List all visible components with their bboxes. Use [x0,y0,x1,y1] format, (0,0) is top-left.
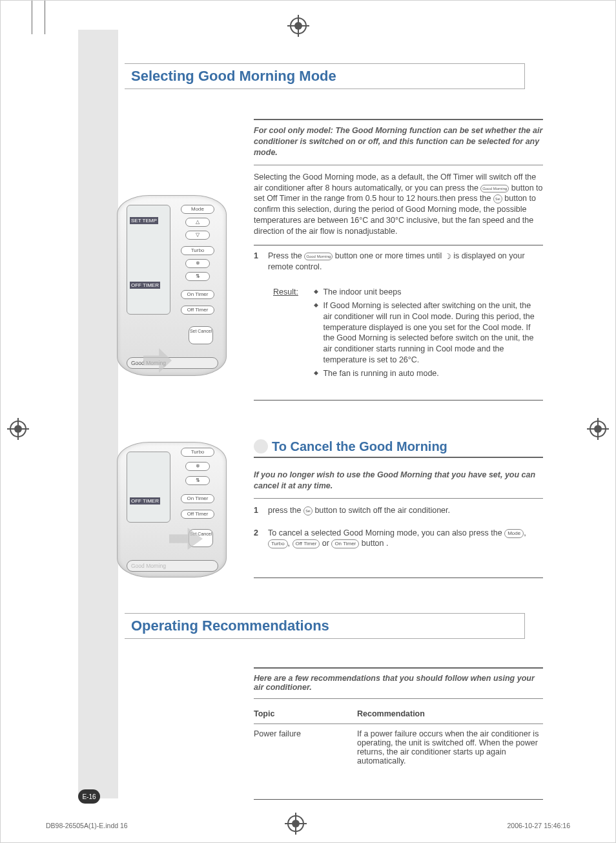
set-temp-label: SET TEMP [130,217,158,224]
good-morning-icon: Good Morning [304,253,333,260]
result-block: Result: The indoor unit beepsIf Good Mor… [273,287,543,382]
turbo-icon: Turbo [268,539,288,548]
turbo-button: Turbo [181,448,214,457]
bullet-dot-icon [254,439,268,453]
text: button one or more times until [335,251,444,260]
recommendations-table: Here are a few recommendations that you … [254,667,543,800]
col-topic: Topic [254,709,357,718]
off-timer-label: OFF TIMER [130,497,160,505]
intro-note: For cool only model: The Good Morning fu… [254,125,543,158]
result-bullet: The fan is running in auto mode. [314,368,540,379]
sub-header-cancel: To Cancel the Good Morning [254,439,543,454]
good-morning-icon: Good Morning [480,185,509,193]
cancel-intro: If you no longer wish to use the Good Mo… [254,470,543,492]
step-number: 1 [254,251,268,273]
snow-button: ❄ [185,259,210,268]
remote-screen: SET TEMP OFF TIMER [127,205,170,315]
content-area: Selecting Good Morning Mode For cool onl… [78,30,543,798]
section-title-operating: Operating Recommendations [125,613,525,639]
text: press the [268,506,303,515]
on-timer-icon: On Timer [331,539,359,548]
text: , [524,528,526,537]
mode-icon: Mode [504,529,524,538]
crop-mark [45,1,45,34]
swing-button: ⇅ [185,272,210,281]
section1-body: For cool only model: The Good Morning fu… [254,119,543,401]
registration-mark-icon [590,421,606,437]
step-number: 2 [254,528,268,550]
remote-screen: OFF TIMER [127,452,170,523]
set-cancel-button: Set Cancel [189,326,213,344]
remote-illustration-1: SET TEMP OFF TIMER Mode △ ▽ Turbo ❄ ⇅ On… [117,195,227,376]
cell-topic: Power failure [254,729,357,765]
text: button . [362,539,389,548]
step-1: 1 Press the Good Morning button one or m… [254,251,543,273]
off-timer-button: Off Timer [181,510,214,519]
intro-paragraph: Selecting the Good Morning mode, as a de… [254,172,543,237]
cell-recommendation: If a power failure occurs when the air c… [357,729,543,765]
temp-down-button: ▽ [185,231,210,240]
off-timer-button: Off Timer [181,306,214,315]
on-timer-button: On Timer [181,290,214,299]
moon-icon: ☽ [444,252,451,261]
rec-intro: Here are a few recommendations that you … [254,674,543,692]
on-timer-button: On Timer [181,494,214,503]
footer-filename: DB98-26505A(1)-E.indd 16 [46,822,128,829]
text: button to switch off the air conditioner… [314,506,450,515]
page-number-badge: E-16 [78,789,100,804]
section-title-good-morning: Selecting Good Morning Mode [125,63,525,89]
margin-rail [78,30,118,798]
registration-mark-icon [287,815,304,832]
text: To cancel a selected Good Morning mode, … [268,528,504,537]
cancel-step-1: 1 press the Set button to switch off the… [254,505,543,516]
table-row: Power failureIf a power failure occurs w… [254,725,543,773]
step-text: To cancel a selected Good Morning mode, … [268,528,543,550]
result-label: Result: [273,287,312,298]
page: Selecting Good Morning Mode For cool onl… [0,0,616,843]
mode-button: Mode [181,205,214,214]
off-timer-label: OFF TIMER [130,282,160,289]
cancel-step-2: 2 To cancel a selected Good Morning mode… [254,528,543,550]
good-morning-bar: Good Morning [127,357,218,369]
text: , [288,539,293,548]
swing-button: ⇅ [185,476,210,485]
set-icon: Set [303,506,313,515]
footer-timestamp: 2006-10-27 15:46:16 [508,822,571,829]
text: Press the [268,251,304,260]
crop-mark [32,1,32,34]
table-header: Topic Recommendation [254,705,543,722]
text: or [320,539,331,548]
sub-header-text: To Cancel the Good Morning [272,439,447,454]
turbo-button: Turbo [181,246,214,255]
registration-mark-icon [10,421,26,437]
good-morning-bar: Good Morning [127,560,218,572]
result-bullet: The indoor unit beeps [314,287,540,298]
step-number: 1 [254,505,268,516]
arrow-icon [143,348,172,373]
col-recommendation: Recommendation [357,709,543,718]
result-bullet: If Good Morning is selected after switch… [314,300,540,366]
snow-button: ❄ [185,462,210,471]
off-timer-icon: Off Timer [293,539,320,548]
step-text: Press the Good Morning button one or mor… [268,251,543,273]
step-text: press the Set button to switch off the a… [268,505,543,516]
set-icon: Set [493,194,502,203]
cancel-body: If you no longer wish to use the Good Mo… [254,470,543,578]
remote-illustration-2: OFF TIMER Turbo ❄ ⇅ On Timer Off Timer S… [117,442,227,578]
temp-up-button: △ [185,218,210,227]
